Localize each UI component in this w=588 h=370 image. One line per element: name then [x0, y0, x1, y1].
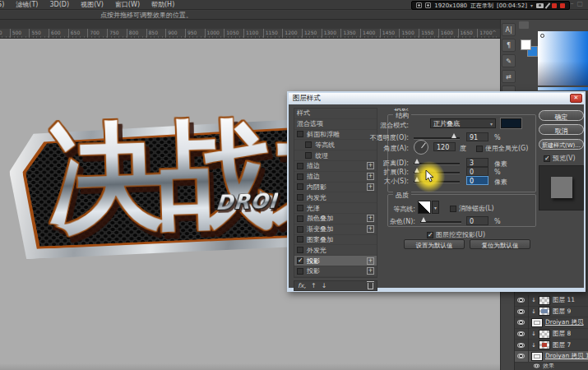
- layer-thumbnail[interactable]: [539, 330, 550, 339]
- hue-slider[interactable]: [538, 87, 588, 90]
- effect-enable-checkbox[interactable]: [297, 131, 303, 137]
- layer-thumbnail[interactable]: [531, 352, 543, 361]
- effect-enable-checkbox[interactable]: [297, 194, 303, 201]
- preview-checkbox[interactable]: 预览(V): [544, 154, 576, 163]
- noise-value[interactable]: 0: [466, 216, 488, 225]
- reset-default-button[interactable]: 复位为默认值: [470, 239, 530, 249]
- paragraph-panel-icon[interactable]: ¶: [502, 39, 516, 52]
- effect-enable-checkbox[interactable]: [297, 226, 303, 233]
- distance-value[interactable]: 3: [466, 158, 488, 167]
- effect-list-item[interactable]: 图案叠加: [294, 235, 377, 246]
- layer-visibility-eye-icon[interactable]: [517, 343, 525, 348]
- effect-enable-checkbox[interactable]: [297, 236, 303, 243]
- contour-thumbnail[interactable]: [418, 201, 431, 214]
- spread-value[interactable]: 0: [466, 167, 488, 176]
- effect-list-item[interactable]: 投影: [294, 256, 377, 266]
- effect-list-item[interactable]: 投影: [294, 266, 377, 277]
- effect-list-item[interactable]: 描边: [294, 161, 377, 172]
- angle-value[interactable]: 120: [433, 142, 456, 151]
- brush-settings-panel-icon[interactable]: ✎: [502, 54, 516, 67]
- effect-enable-checkbox[interactable]: [305, 141, 312, 148]
- menu-item[interactable]: 滤镜(T): [16, 0, 38, 9]
- effect-list-item[interactable]: 颜色叠加: [294, 214, 377, 224]
- recorder-monitor-icon[interactable]: [416, 2, 422, 8]
- new-style-button[interactable]: 新建样式(W)...: [539, 139, 584, 150]
- layer-row[interactable]: ↓ 图层 8: [515, 329, 588, 340]
- menu-item[interactable]: 窗口(W): [115, 0, 140, 9]
- effect-enable-checkbox[interactable]: [297, 183, 303, 190]
- ok-button[interactable]: 确定: [539, 110, 584, 121]
- layer-visibility-eye-icon[interactable]: [517, 320, 525, 325]
- horizontal-ruler[interactable]: 4505005506006507007508008509009501000105…: [0, 29, 500, 39]
- menu-item[interactable]: 选择(S): [0, 0, 4, 9]
- fx-icon[interactable]: fx,: [298, 282, 306, 289]
- color-panel-tab-icon[interactable]: [519, 21, 529, 29]
- use-global-light-checkbox[interactable]: 使用全局光(G): [476, 144, 528, 153]
- shadow-color-swatch[interactable]: [501, 118, 521, 128]
- maximize-icon[interactable]: ▢: [576, 0, 586, 7]
- layer-visibility-eye-icon[interactable]: [534, 363, 539, 368]
- window-controls[interactable]: –▢: [570, 0, 586, 7]
- recorder-zoom-icon[interactable]: [425, 2, 431, 8]
- dialog-title-bar[interactable]: 图层样式 ✕: [289, 93, 584, 104]
- color-picker-marker[interactable]: [540, 34, 544, 38]
- effect-list-item[interactable]: 样式: [294, 109, 377, 119]
- duplicate-effect-button[interactable]: [367, 267, 374, 275]
- cancel-button[interactable]: 取消: [539, 124, 584, 135]
- duplicate-effect-button[interactable]: [367, 257, 374, 265]
- effect-enable-checkbox[interactable]: [297, 257, 303, 264]
- layer-name[interactable]: 图层 9: [553, 308, 571, 316]
- recorder-pen-icon[interactable]: [545, 2, 551, 8]
- effect-enable-checkbox[interactable]: [297, 268, 303, 275]
- layer-name[interactable]: 图层 11: [553, 296, 575, 304]
- antialias-checkbox[interactable]: 消除锯齿(L): [450, 204, 494, 213]
- effect-list-item[interactable]: 内发光: [294, 192, 377, 203]
- layer-name[interactable]: Droiyan 拷贝 19: [545, 352, 588, 360]
- noise-slider-thumb[interactable]: [421, 217, 426, 222]
- recorder-screenshot-icon[interactable]: [536, 3, 544, 8]
- noise-slider[interactable]: [420, 221, 461, 224]
- menu-item[interactable]: 3D(D): [49, 1, 69, 8]
- opacity-slider-thumb[interactable]: [451, 133, 456, 138]
- layer-name[interactable]: Droiyan 拷贝: [545, 318, 584, 326]
- layer-thumbnail[interactable]: [539, 307, 550, 316]
- effect-enable-checkbox[interactable]: [297, 215, 303, 222]
- layer-visibility-eye-icon[interactable]: [517, 309, 525, 314]
- ruler-collapse-icon[interactable]: ^: [492, 30, 497, 36]
- layer-knockout-checkbox[interactable]: 图层挖空投影(U): [427, 230, 485, 239]
- effect-list-item[interactable]: 纹理: [294, 150, 377, 161]
- foreground-color-swatch[interactable]: [521, 39, 531, 50]
- layer-row[interactable]: ↓ 图层 7: [515, 340, 588, 351]
- recorder-record-icon[interactable]: [552, 3, 557, 8]
- delete-effect-icon[interactable]: [368, 283, 373, 289]
- layer-visibility-eye-icon[interactable]: [517, 331, 525, 336]
- move-effect-up-icon[interactable]: ↑: [311, 282, 317, 289]
- effect-list-item[interactable]: 描边: [294, 172, 377, 183]
- effect-list-item[interactable]: 光泽: [294, 203, 377, 214]
- layer-row[interactable]: ↓ Droiyan 拷贝: [515, 317, 588, 329]
- layer-row[interactable]: ↓ Droiyan 拷贝 19: [515, 351, 588, 363]
- layer-row[interactable]: ↓ 图层 11: [515, 295, 588, 307]
- menu-item[interactable]: 帮助(H): [151, 0, 174, 9]
- color-gradient-picker[interactable]: [538, 31, 588, 86]
- blend-mode-select[interactable]: 正片叠底▾: [430, 118, 496, 128]
- move-effect-down-icon[interactable]: ↓: [322, 282, 327, 289]
- layer-name[interactable]: 图层 7: [553, 341, 571, 349]
- effect-enable-checkbox[interactable]: [297, 205, 303, 211]
- effect-list-item[interactable]: 渐变叠加: [294, 224, 377, 235]
- effect-list-item[interactable]: 内阴影: [294, 183, 377, 193]
- clone-source-panel-icon[interactable]: ⇄: [502, 70, 516, 83]
- effect-enable-checkbox[interactable]: [305, 152, 312, 159]
- layer-visibility-eye-icon[interactable]: [517, 298, 525, 303]
- distance-slider-thumb[interactable]: [414, 159, 419, 164]
- size-value[interactable]: 0: [466, 176, 488, 185]
- layer-thumbnail[interactable]: [539, 340, 550, 349]
- recorder-stop-icon[interactable]: [560, 3, 565, 8]
- effect-list-item[interactable]: 外发光: [294, 245, 377, 256]
- layer-thumbnail[interactable]: [531, 318, 543, 327]
- effect-enable-checkbox[interactable]: [297, 163, 303, 169]
- effect-enable-checkbox[interactable]: [297, 247, 303, 253]
- opacity-value[interactable]: 91: [466, 132, 488, 141]
- effect-enable-checkbox[interactable]: [297, 173, 303, 180]
- layer-visibility-eye-icon[interactable]: [517, 354, 525, 358]
